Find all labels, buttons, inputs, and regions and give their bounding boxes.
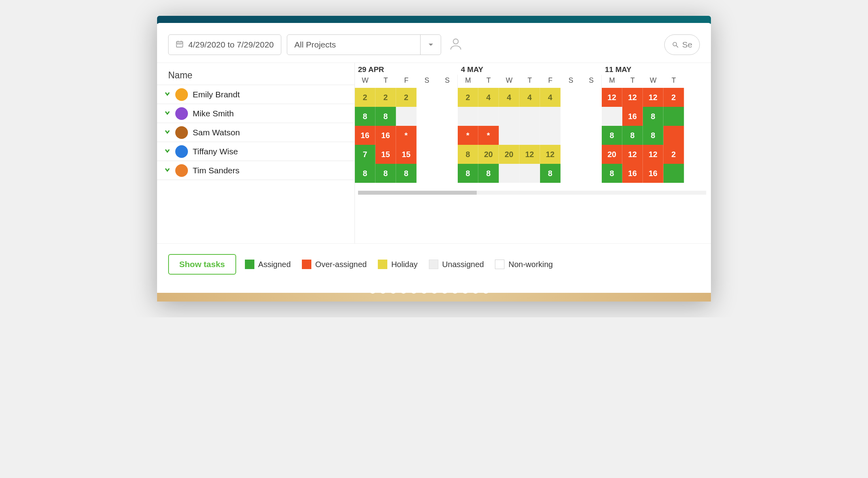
workload-cell[interactable] — [437, 164, 458, 183]
workload-cell[interactable] — [396, 107, 417, 126]
workload-cell[interactable]: 2 — [396, 88, 417, 107]
workload-cell[interactable] — [561, 88, 581, 107]
workload-cell[interactable] — [581, 88, 602, 107]
show-tasks-button[interactable]: Show tasks — [168, 254, 236, 275]
workload-cell[interactable]: 8 — [396, 164, 417, 183]
window-backdrop-bottom — [157, 293, 711, 302]
workload-cell[interactable] — [417, 107, 437, 126]
workload-cell[interactable]: 12 — [622, 88, 643, 107]
workload-cell[interactable] — [602, 107, 622, 126]
workload-cell[interactable]: 16 — [622, 164, 643, 183]
workload-cell[interactable]: 20 — [478, 145, 499, 164]
workload-cell[interactable] — [437, 126, 458, 145]
svg-line-9 — [676, 46, 678, 47]
workload-cell[interactable]: 4 — [478, 88, 499, 107]
workload-cell[interactable] — [437, 107, 458, 126]
expand-chevron-icon[interactable] — [164, 148, 171, 156]
workload-cell[interactable] — [663, 164, 684, 183]
search-input[interactable]: Se — [664, 34, 700, 55]
workload-cell[interactable]: 15 — [396, 145, 417, 164]
avatar — [175, 164, 188, 177]
expand-chevron-icon[interactable] — [164, 129, 171, 137]
workload-cell[interactable]: 2 — [375, 88, 396, 107]
workload-cell[interactable] — [478, 107, 499, 126]
workload-cell[interactable]: 12 — [622, 145, 643, 164]
workload-cell[interactable] — [581, 164, 602, 183]
workload-cell[interactable]: 8 — [643, 126, 663, 145]
workload-cell[interactable] — [499, 164, 519, 183]
workload-cell[interactable]: * — [396, 126, 417, 145]
workload-cell[interactable]: 12 — [643, 145, 663, 164]
workload-cell[interactable] — [458, 107, 478, 126]
workload-cell[interactable] — [561, 164, 581, 183]
expand-chevron-icon[interactable] — [164, 110, 171, 118]
workload-cell[interactable] — [519, 126, 540, 145]
workload-cell[interactable]: 16 — [355, 126, 375, 145]
workload-cell[interactable]: 16 — [622, 107, 643, 126]
workload-cell[interactable] — [437, 88, 458, 107]
workload-cell[interactable] — [581, 126, 602, 145]
workload-cell[interactable] — [581, 107, 602, 126]
workload-cell[interactable]: 8 — [478, 164, 499, 183]
scrollbar-thumb[interactable] — [358, 191, 477, 195]
resource-row: Tim Sanders — [157, 161, 354, 180]
expand-chevron-icon[interactable] — [164, 167, 171, 175]
day-label: T — [622, 75, 643, 88]
workload-cell[interactable]: * — [458, 126, 478, 145]
workload-cell[interactable]: 4 — [540, 88, 561, 107]
workload-cell[interactable]: 7 — [355, 145, 375, 164]
workload-cell[interactable]: 8 — [355, 107, 375, 126]
workload-cell[interactable] — [663, 126, 684, 145]
date-range-picker[interactable]: 4/29/2020 to 7/29/2020 — [168, 34, 281, 55]
workload-cell[interactable]: 12 — [643, 88, 663, 107]
legend-swatch — [429, 260, 438, 269]
workload-cell[interactable] — [561, 107, 581, 126]
project-filter-select[interactable]: All Projects — [287, 34, 441, 55]
workload-cell[interactable]: 8 — [458, 145, 478, 164]
workload-cell[interactable]: 8 — [602, 126, 622, 145]
workload-cell[interactable]: 2 — [355, 88, 375, 107]
workload-cell[interactable]: 8 — [458, 164, 478, 183]
workload-cell[interactable] — [540, 107, 561, 126]
workload-cell[interactable]: 8 — [355, 164, 375, 183]
workload-cell[interactable]: 2 — [663, 88, 684, 107]
workload-cell[interactable] — [540, 126, 561, 145]
workload-cell[interactable]: 8 — [540, 164, 561, 183]
workload-cell[interactable]: 4 — [499, 88, 519, 107]
day-label: W — [355, 75, 375, 88]
workload-cell[interactable]: 8 — [622, 126, 643, 145]
workload-cell[interactable]: 20 — [602, 145, 622, 164]
horizontal-scrollbar[interactable] — [358, 191, 706, 195]
workload-cell[interactable] — [417, 126, 437, 145]
workload-cell[interactable] — [561, 145, 581, 164]
workload-cell[interactable] — [519, 107, 540, 126]
workload-cell[interactable]: 12 — [540, 145, 561, 164]
workload-cell[interactable]: 8 — [643, 107, 663, 126]
workload-cell[interactable]: 2 — [663, 145, 684, 164]
workload-cell[interactable]: 16 — [375, 126, 396, 145]
workload-cell[interactable]: 20 — [499, 145, 519, 164]
day-label: T — [478, 75, 499, 88]
workload-cell[interactable] — [417, 164, 437, 183]
workload-cell[interactable] — [663, 107, 684, 126]
workload-cell[interactable] — [581, 145, 602, 164]
workload-cell[interactable]: 12 — [519, 145, 540, 164]
workload-cell[interactable]: 8 — [375, 164, 396, 183]
workload-cell[interactable]: * — [478, 126, 499, 145]
workload-cell[interactable] — [561, 126, 581, 145]
workload-cell[interactable] — [499, 107, 519, 126]
workload-cell[interactable]: 4 — [519, 88, 540, 107]
expand-chevron-icon[interactable] — [164, 91, 171, 99]
workload-cell[interactable] — [417, 88, 437, 107]
workload-cell[interactable] — [499, 126, 519, 145]
workload-cell[interactable]: 8 — [602, 164, 622, 183]
workload-cell[interactable] — [519, 164, 540, 183]
workload-cell[interactable]: 16 — [643, 164, 663, 183]
workload-cell[interactable]: 15 — [375, 145, 396, 164]
workload-cell[interactable]: 2 — [458, 88, 478, 107]
person-filter-icon[interactable] — [447, 34, 465, 55]
workload-cell[interactable] — [417, 145, 437, 164]
workload-cell[interactable]: 12 — [602, 88, 622, 107]
workload-cell[interactable] — [437, 145, 458, 164]
workload-cell[interactable]: 8 — [375, 107, 396, 126]
